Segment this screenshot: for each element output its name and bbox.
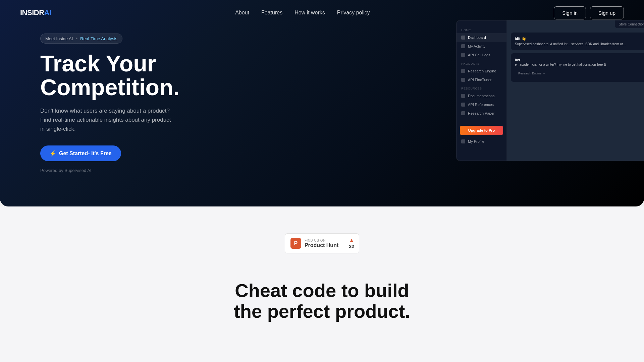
hero-content: Meet Inside AI • Real-Time Analysis Trac… — [0, 0, 180, 193]
nav-buttons: Sign in Sign up — [554, 6, 624, 19]
product-hunt-badge[interactable]: P FIND US ON Product Hunt ▲ 22 — [285, 233, 359, 253]
sidebar-home-label: HOME — [457, 26, 506, 33]
sidebar-api-references[interactable]: API References — [457, 100, 506, 109]
sidebar-api-fine-tuner[interactable]: API FineTuner — [457, 75, 506, 84]
ph-vote-count: 22 — [349, 244, 354, 249]
nav-privacy[interactable]: Privacy policy — [337, 10, 370, 15]
card-text-2: er, academician or a writer? Try ine to … — [515, 63, 642, 66]
api-ref-icon — [461, 103, 465, 107]
hero-title: Track Your Competition. — [40, 52, 180, 100]
upgrade-button[interactable]: Upgrade to Pro — [460, 126, 503, 135]
badge-highlight-text: Real-Time Analysis — [80, 36, 117, 41]
cta-icon: ⚡ — [50, 150, 56, 157]
signin-button[interactable]: Sign in — [554, 6, 586, 19]
signup-button[interactable]: Sign up — [590, 6, 624, 19]
dashboard-mockup: HOME Dashboard My Activity API Call Logs… — [456, 20, 644, 161]
sidebar-research-engine[interactable]: Research Engine — [457, 67, 506, 75]
cta-button[interactable]: ⚡ Get Started- It's Free — [40, 145, 121, 161]
hero-badge: Meet Inside AI • Real-Time Analysis — [40, 34, 122, 44]
powered-by-text: Powered by Supervised AI. — [40, 168, 180, 173]
dashboard-icon — [461, 36, 465, 40]
hero-description: Don't know what users are saying about a… — [40, 106, 174, 134]
card-title-2: ine — [515, 57, 642, 61]
ph-find-us-text: FIND US ON — [305, 239, 338, 242]
ph-left: P FIND US ON Product Hunt — [285, 234, 344, 253]
product-hunt-badge-wrapper: P FIND US ON Product Hunt ▲ 22 — [0, 233, 644, 267]
activity-icon — [461, 44, 465, 48]
mockup-sidebar: HOME Dashboard My Activity API Call Logs… — [457, 20, 507, 161]
mockup-main-content: Store Connections idit 👋 Supervised dash… — [507, 20, 644, 161]
mockup-window: HOME Dashboard My Activity API Call Logs… — [456, 20, 644, 161]
cta-label: Get Started- It's Free — [59, 150, 112, 157]
nav-how-it-works[interactable]: How it works — [294, 10, 325, 15]
research-icon — [461, 69, 465, 73]
card-text-1: Supervised dashboard. A unified int... s… — [515, 42, 642, 46]
profile-icon — [461, 139, 465, 143]
ph-title-text: Product Hunt — [305, 242, 338, 248]
nav-links: About Features How it works Privacy poli… — [235, 10, 370, 16]
ph-vote-section: ▲ 22 — [344, 234, 359, 253]
brand-logo: INSIDRAI — [20, 8, 51, 17]
api-logs-icon — [461, 53, 465, 57]
navbar: INSIDRAI About Features How it works Pri… — [0, 0, 644, 25]
research-engine-link[interactable]: Research Engine → — [515, 69, 642, 78]
sidebar-research-paper[interactable]: Research Paper — [457, 109, 506, 118]
ph-logo-icon: P — [290, 238, 301, 249]
nav-features[interactable]: Features — [261, 10, 282, 15]
sidebar-dashboard[interactable]: Dashboard — [457, 33, 506, 42]
sidebar-api-call-logs[interactable]: API Call Logs — [457, 51, 506, 59]
hero-section: Meet Inside AI • Real-Time Analysis Trac… — [0, 0, 644, 206]
card-title-1: idit 👋 — [515, 37, 642, 41]
ph-arrow-icon: ▲ — [349, 238, 354, 243]
paper-icon — [461, 111, 465, 115]
sidebar-my-activity[interactable]: My Activity — [457, 42, 506, 51]
fine-tuner-icon — [461, 78, 465, 82]
sidebar-my-profile[interactable]: My Profile — [457, 137, 506, 146]
badge-prefix-text: Meet Inside AI — [45, 36, 73, 41]
mockup-card-2: ine er, academician or a writer? Try ine… — [511, 53, 644, 82]
bottom-section: P FIND US ON Product Hunt ▲ 22 Cheat cod… — [0, 206, 644, 362]
sidebar-documentations[interactable]: Documentations — [457, 92, 506, 100]
sidebar-products-label: PRODUCTS — [457, 59, 506, 67]
docs-icon — [461, 94, 465, 98]
nav-about[interactable]: About — [235, 10, 249, 15]
ph-text-block: FIND US ON Product Hunt — [305, 239, 338, 248]
mockup-card-1: idit 👋 Supervised dashboard. A unified i… — [511, 33, 644, 50]
sidebar-resources-label: RESOURCES — [457, 84, 506, 92]
bottom-section-title: Cheat code to build the perfect product. — [221, 280, 423, 321]
